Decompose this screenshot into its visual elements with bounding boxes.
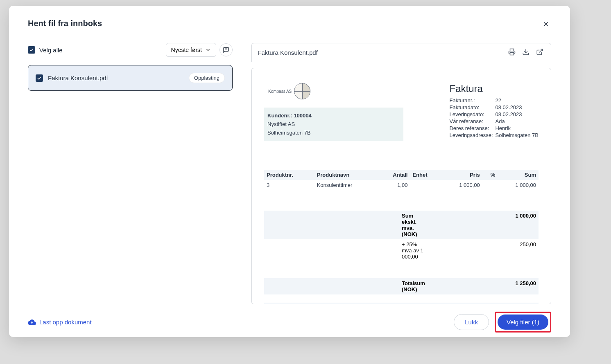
total-value: 250,00	[520, 241, 536, 260]
comment-icon	[223, 47, 229, 53]
col-pct: %	[482, 170, 498, 180]
file-list-toolbar: Velg alle Nyeste først	[28, 31, 233, 65]
total-row: Sum ekskl. mva. (NOK) 1 000,00	[264, 211, 539, 239]
customer-number: Kundenr.: 100004	[267, 112, 400, 120]
company-block: Kompass AS Kundenr.: 100004 Nystiftet AS…	[264, 83, 403, 141]
sort-dropdown[interactable]: Nyeste først	[166, 43, 216, 57]
highlight-annotation: Velg filer (1)	[495, 312, 551, 333]
select-files-button[interactable]: Velg filer (1)	[498, 315, 548, 330]
table-header-row: Produktnr. Produktnavn Antall Enhet Pris…	[264, 170, 539, 180]
print-button[interactable]	[507, 47, 517, 58]
file-item[interactable]: Faktura Konsulent.pdf Opplasting	[28, 65, 233, 91]
upload-label: Last opp dokument	[39, 319, 92, 326]
meta-label: Deres referanse:	[449, 125, 495, 131]
close-button-footer[interactable]: Lukk	[454, 314, 489, 330]
select-all-row: Velg alle	[28, 46, 63, 54]
preview-toolbar: Faktura Konsulent.pdf	[251, 43, 551, 62]
select-all-checkbox[interactable]	[28, 46, 35, 54]
total-value: 1 000,00	[515, 213, 536, 237]
meta-label: Fakturanr.:	[449, 97, 495, 103]
compass-icon	[294, 83, 310, 99]
total-row: Totalsum (NOK) 1 250,00	[264, 278, 539, 294]
meta-label: Vår referanse:	[449, 118, 495, 124]
invoice-title: Faktura	[449, 83, 539, 94]
total-row: Sum å betale (NOK) 1 250,00	[264, 303, 539, 304]
chevron-down-icon	[205, 47, 211, 53]
modal-dialog: Hent fil fra innboks Velg alle Nyeste fø…	[9, 6, 570, 337]
cell-produktnr: 3	[264, 180, 315, 190]
customer-block: Kundenr.: 100004 Nystiftet AS Solheimsga…	[264, 108, 403, 141]
file-list-pane: Velg alle Nyeste først Faktura Konsulen	[28, 31, 233, 304]
svg-line-6	[539, 49, 543, 52]
svg-rect-4	[510, 53, 514, 55]
invoice-meta: Faktura Fakturanr.:22 Fakturadato:08.02.…	[449, 83, 539, 141]
col-produktnr: Produktnr.	[264, 170, 315, 180]
upload-document-link[interactable]: Last opp dokument	[28, 318, 92, 326]
close-icon	[542, 20, 550, 28]
col-enhet: Enhet	[410, 170, 441, 180]
external-link-icon	[536, 48, 543, 56]
file-name: Faktura Konsulent.pdf	[48, 74, 184, 81]
footer-buttons: Lukk Velg filer (1)	[454, 312, 551, 333]
file-badge: Opplasting	[189, 73, 225, 83]
upload-icon	[28, 318, 36, 326]
cell-pris: 1 000,00	[441, 180, 482, 190]
meta-value: 08.02.2023	[495, 104, 522, 110]
modal-title: Hent fil fra innboks	[28, 19, 102, 28]
file-checkbox[interactable]	[36, 74, 43, 82]
select-all-label: Velg alle	[39, 47, 63, 54]
preview-pane: Faktura Konsulent.pdf Kompass AS	[251, 31, 551, 304]
customer-address: Solheimsgaten 7B	[267, 129, 400, 137]
download-icon	[522, 48, 530, 56]
line-items-table: Produktnr. Produktnavn Antall Enhet Pris…	[264, 170, 539, 190]
total-label: Sum ekskl. mva. (NOK)	[267, 213, 428, 237]
modal-header: Hent fil fra innboks	[9, 6, 570, 31]
cell-sum: 1 000,00	[498, 180, 539, 190]
table-row: 3 Konsulenttimer 1,00 1 000,00 1 000,00	[264, 180, 539, 190]
cell-produktnavn: Konsulenttimer	[315, 180, 379, 190]
invoice-header: Kompass AS Kundenr.: 100004 Nystiftet AS…	[264, 83, 539, 141]
company-logo: Kompass AS	[268, 83, 403, 99]
meta-value: Henrik	[495, 125, 511, 131]
meta-value: 08.02.2023	[495, 111, 522, 117]
modal-footer: Last opp dokument Lukk Velg filer (1)	[9, 304, 570, 344]
modal-body: Velg alle Nyeste først Faktura Konsulen	[9, 31, 570, 304]
download-button[interactable]	[520, 47, 531, 58]
preview-filename: Faktura Konsulent.pdf	[258, 49, 503, 56]
total-value: 1 250,00	[515, 280, 536, 292]
meta-label: Leveringsdato:	[449, 111, 495, 117]
print-icon	[508, 48, 516, 56]
col-pris: Pris	[441, 170, 482, 180]
meta-label: Fakturadato:	[449, 104, 495, 110]
meta-value: 22	[495, 97, 501, 103]
col-produktnavn: Produktnavn	[315, 170, 379, 180]
cell-antall: 1,00	[379, 180, 410, 190]
sort-label: Nyeste først	[171, 47, 202, 53]
comment-button[interactable]	[220, 43, 233, 56]
meta-label: Leveringsadresse:	[449, 132, 495, 138]
document-preview[interactable]: Kompass AS Kundenr.: 100004 Nystiftet AS…	[251, 68, 551, 304]
check-icon	[29, 47, 34, 52]
meta-value: Ada	[495, 118, 505, 124]
check-icon	[37, 76, 42, 81]
total-label: + 25% mva av 1 000,00	[267, 241, 428, 260]
col-sum: Sum	[498, 170, 539, 180]
total-label: Totalsum (NOK)	[267, 280, 428, 292]
close-button[interactable]	[541, 19, 551, 31]
cell-pct	[482, 180, 498, 190]
company-name: Kompass AS	[268, 89, 292, 94]
open-external-button[interactable]	[534, 47, 545, 58]
customer-name: Nystiftet AS	[267, 120, 400, 129]
col-antall: Antall	[379, 170, 410, 180]
cell-enhet	[410, 180, 441, 190]
totals-block: Sum ekskl. mva. (NOK) 1 000,00 + 25% mva…	[264, 211, 539, 304]
sort-group: Nyeste først	[166, 43, 233, 57]
meta-value: Solheimsgaten 7B	[495, 132, 539, 138]
total-row: + 25% mva av 1 000,00 250,00	[264, 239, 539, 262]
